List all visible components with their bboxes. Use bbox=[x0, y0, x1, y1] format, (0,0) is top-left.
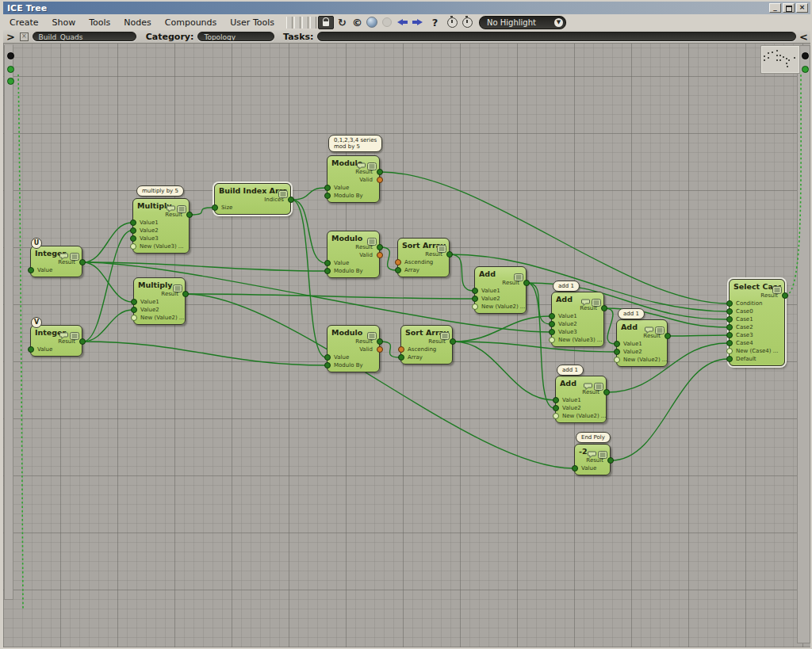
tasks-field[interactable] bbox=[317, 32, 796, 41]
port-result[interactable] bbox=[79, 259, 86, 265]
node-modulo1[interactable]: ModuloResultValidValueModulo By bbox=[327, 155, 380, 203]
port-new-value2-[interactable] bbox=[553, 413, 559, 419]
port-size[interactable] bbox=[212, 204, 218, 211]
port-value[interactable] bbox=[324, 354, 331, 361]
node-modulo2[interactable]: ModuloResultValidValueModulo By bbox=[327, 231, 380, 278]
port-value1[interactable] bbox=[549, 313, 555, 319]
port-new-case4-[interactable] bbox=[726, 348, 733, 354]
port-value1[interactable] bbox=[131, 299, 137, 305]
port-valid[interactable] bbox=[377, 177, 383, 183]
port-result[interactable] bbox=[601, 305, 607, 311]
port-result[interactable] bbox=[782, 292, 788, 299]
category-field[interactable]: Topology bbox=[197, 32, 274, 41]
port-value[interactable] bbox=[572, 465, 578, 471]
port-result[interactable] bbox=[377, 338, 383, 345]
help-button[interactable]: ? bbox=[426, 16, 444, 29]
menu-user-tools[interactable]: User Tools bbox=[224, 16, 282, 29]
port-array[interactable] bbox=[398, 354, 404, 361]
port-new-value2-[interactable] bbox=[472, 304, 478, 310]
menu-tools[interactable]: Tools bbox=[82, 16, 117, 29]
node-multiply2[interactable]: MultiplyResultValue1Value2New (Value2) .… bbox=[133, 277, 186, 325]
port-ascending[interactable] bbox=[398, 346, 404, 353]
rail-port[interactable] bbox=[802, 66, 809, 73]
node-select_case[interactable]: Select CaseResultConditionCase0Case1Case… bbox=[729, 279, 785, 366]
port-case4[interactable] bbox=[726, 340, 733, 346]
port-result[interactable] bbox=[607, 457, 614, 464]
port-result[interactable] bbox=[523, 280, 530, 286]
node-add4[interactable]: AddResultValue1Value2New (Value2) ... bbox=[555, 376, 607, 423]
refresh-icon[interactable]: ↻ bbox=[335, 16, 349, 29]
timer-icon[interactable] bbox=[446, 16, 459, 29]
port-result[interactable] bbox=[377, 169, 383, 175]
port-case1[interactable] bbox=[726, 316, 733, 323]
annotation[interactable]: multiply by 5 bbox=[136, 185, 184, 197]
port-value1[interactable] bbox=[130, 220, 136, 226]
node-sort2[interactable]: Sort ArrayResultAscendingArray bbox=[400, 325, 453, 365]
exposed-port-badge[interactable]: V bbox=[31, 317, 42, 328]
port-value2[interactable] bbox=[131, 307, 137, 313]
port-new-value3-[interactable] bbox=[130, 243, 136, 250]
annotation[interactable]: End Poly bbox=[576, 432, 611, 443]
update-mode-icon[interactable]: © bbox=[350, 16, 364, 29]
port-condition[interactable] bbox=[726, 300, 733, 307]
port-result[interactable] bbox=[603, 389, 610, 395]
node-add3[interactable]: AddResultValue1Value2New (Value2) ... bbox=[616, 319, 668, 367]
annotation[interactable]: 0,1,2,3,4 series mod by 5 bbox=[328, 135, 382, 152]
node-multiply1[interactable]: MultiplyResultValue1Value2Value3New (Val… bbox=[132, 198, 190, 254]
menu-nodes[interactable]: Nodes bbox=[117, 16, 158, 29]
menu-compounds[interactable]: Compounds bbox=[159, 16, 224, 29]
collapse-arrow[interactable]: < bbox=[796, 31, 810, 43]
exposed-port-badge[interactable]: U bbox=[31, 238, 42, 249]
port-new-value3-[interactable] bbox=[549, 337, 555, 343]
annotation[interactable]: add 1 bbox=[618, 308, 645, 319]
port-result[interactable] bbox=[450, 338, 456, 345]
port-valid[interactable] bbox=[377, 252, 383, 258]
port-result[interactable] bbox=[446, 251, 453, 258]
rail-port[interactable] bbox=[802, 52, 809, 59]
highlight-dropdown[interactable]: No Highlight ▼ bbox=[479, 16, 566, 29]
port-value3[interactable] bbox=[549, 329, 555, 335]
port-value3[interactable] bbox=[130, 235, 136, 242]
port-modulo-by[interactable] bbox=[324, 193, 331, 199]
port-value2[interactable] bbox=[472, 296, 478, 302]
node-add1[interactable]: AddResultValue1Value2New (Value2) ... bbox=[474, 266, 527, 314]
port-result[interactable] bbox=[182, 291, 189, 297]
annotation[interactable]: add 1 bbox=[553, 281, 580, 292]
back-button[interactable] bbox=[396, 16, 409, 29]
port-value[interactable] bbox=[324, 260, 331, 266]
port-new-value2-[interactable] bbox=[614, 357, 620, 363]
port-result[interactable] bbox=[186, 212, 193, 218]
port-array[interactable] bbox=[395, 267, 401, 273]
port-value1[interactable] bbox=[472, 288, 478, 294]
port-value[interactable] bbox=[324, 185, 331, 191]
menu-show[interactable]: Show bbox=[46, 16, 83, 29]
annotation[interactable]: add 1 bbox=[557, 365, 584, 376]
port-new-value2-[interactable] bbox=[131, 315, 137, 321]
port-result[interactable] bbox=[377, 244, 383, 250]
node-add2[interactable]: AddResultValue1Value2Value3New (Value3) … bbox=[551, 292, 604, 347]
port-result[interactable] bbox=[79, 338, 86, 345]
rail-port[interactable] bbox=[7, 52, 14, 59]
port-case3[interactable] bbox=[726, 332, 733, 338]
port-value[interactable] bbox=[28, 346, 34, 353]
timer-update-icon[interactable] bbox=[461, 16, 474, 29]
port-modulo-by[interactable] bbox=[324, 268, 331, 274]
forward-button[interactable] bbox=[411, 16, 424, 29]
node-modulo3[interactable]: ModuloResultValidValueModulo By bbox=[327, 325, 380, 372]
port-value2[interactable] bbox=[553, 405, 559, 411]
port-case0[interactable] bbox=[726, 308, 733, 315]
port-result[interactable] bbox=[665, 333, 671, 339]
port-value1[interactable] bbox=[553, 397, 559, 403]
node-neg2[interactable]: -2ResultValue bbox=[574, 444, 611, 475]
node-build_index[interactable]: Build Index ArraIndicesSize bbox=[214, 183, 291, 215]
navigator-minimap[interactable] bbox=[760, 45, 800, 74]
minimize-button[interactable]: _ bbox=[769, 3, 781, 13]
close-compound-icon[interactable]: × bbox=[20, 32, 29, 41]
port-modulo-by[interactable] bbox=[324, 362, 331, 368]
compound-name-field[interactable]: Build_Quads bbox=[33, 32, 136, 41]
port-valid[interactable] bbox=[377, 346, 383, 353]
rail-port[interactable] bbox=[7, 66, 14, 73]
port-ascending[interactable] bbox=[395, 259, 401, 265]
port-indices[interactable] bbox=[288, 197, 294, 203]
lock-button[interactable] bbox=[318, 16, 334, 29]
